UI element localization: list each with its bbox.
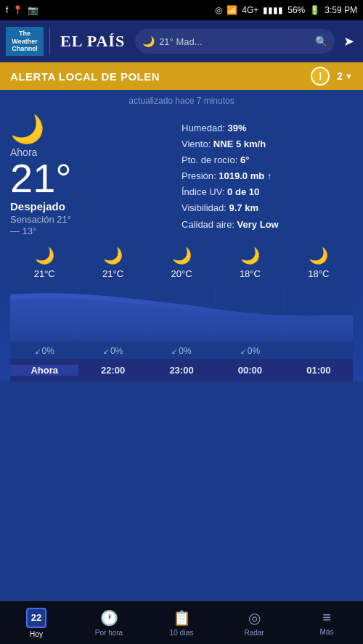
low-temp: — 13°	[10, 226, 182, 236]
current-weather: 🌙 Ahora 21° Despejado Sensación 21° — 13…	[10, 113, 353, 236]
feels-like-temp: Sensación 21°	[10, 214, 182, 225]
weather-description: Despejado	[10, 200, 182, 212]
hour-icon-3: 🌙	[240, 247, 260, 265]
clear-night-icon: 🌙	[10, 113, 182, 145]
nav-item-radar[interactable]: ◎ Radar	[218, 609, 290, 637]
temperature-wave-chart	[10, 284, 353, 342]
hour-icon-2: 🌙	[172, 247, 192, 265]
city-search-bar[interactable]: 🌙 21° Mad... 🔍	[135, 29, 335, 54]
rain-icon-1: ↙	[103, 347, 109, 355]
nav-item-hourly[interactable]: 🕐 Por hora	[73, 609, 145, 637]
time-labels-row: Ahora 22:00 23:00 00:00 01:00	[10, 359, 353, 381]
hour-icon-1: 🌙	[103, 247, 123, 265]
signal-label: 4G+	[242, 5, 258, 15]
rain-pct-1: 0%	[110, 346, 123, 356]
time-col-23[interactable]: 23:00	[147, 365, 216, 376]
calendar-grid-icon: 📋	[173, 609, 191, 627]
pin-icon: 📍	[12, 5, 23, 15]
search-city-text: 21° Mad...	[159, 36, 311, 47]
hour-temp-1: 21°C	[102, 268, 123, 279]
time-col-00[interactable]: 00:00	[216, 365, 284, 376]
rain-col-3: ↙ 0%	[216, 346, 284, 356]
weather-details-panel: Humedad: 39% Viento: NNE 5 km/h Pto. de …	[182, 113, 353, 233]
nav-label-hourly: Por hora	[95, 629, 123, 637]
nav-label-10days: 10 días	[170, 629, 194, 637]
moon-icon: 🌙	[142, 36, 155, 47]
rain-icon-0: ↙	[35, 347, 41, 355]
rain-col-1: ↙ 0%	[78, 346, 147, 356]
app-header: The Weather Channel EL PAÍS 🌙 21° Mad...…	[0, 20, 363, 62]
bars-icon: ▮▮▮▮	[263, 5, 283, 15]
rain-icon-2: ↙	[171, 347, 177, 355]
bottom-navigation: 22 Hoy 🕐 Por hora 📋 10 días ◎ Radar ≡ Má…	[0, 600, 363, 644]
rain-pct-0: 0%	[42, 346, 54, 356]
visibility-detail: Visibilidad: 9.7 km	[182, 200, 353, 216]
status-bar: f 📍 📷 ◎ 📶 4G+ ▮▮▮▮ 56% 🔋 3:59 PM	[0, 0, 363, 20]
nav-item-10days[interactable]: 📋 10 días	[145, 609, 218, 637]
hour-col-1: 🌙 21°C	[78, 247, 147, 279]
dew-point-detail: Pto. de rocío: 6°	[182, 152, 353, 168]
calendar-icon: 22	[26, 608, 46, 628]
status-right: ◎ 📶 4G+ ▮▮▮▮ 56% 🔋 3:59 PM	[215, 5, 357, 15]
radar-icon: ◎	[248, 609, 261, 627]
nav-label-more: Más	[320, 628, 334, 636]
alert-count: 2 ▼	[337, 70, 353, 82]
hour-temp-3: 18°C	[240, 268, 261, 279]
clock-icon: 🕐	[100, 609, 118, 627]
alert-label: ALERTA LOCAL DE POLEN	[10, 70, 303, 83]
hour-temp-0: 21°C	[34, 268, 55, 279]
hour-icon-0: 🌙	[35, 247, 54, 265]
rain-icon-3: ↙	[240, 347, 246, 355]
facebook-icon: f	[6, 5, 8, 15]
clock-time: 3:59 PM	[325, 5, 357, 15]
rain-pct-3: 0%	[248, 346, 260, 356]
hour-temp-2: 20°C	[171, 268, 192, 279]
hour-col-4: 🌙 18°C	[285, 247, 353, 279]
publication-name: EL PAÍS	[56, 32, 129, 51]
battery-level: 56%	[287, 5, 305, 15]
camera-icon: 📷	[28, 5, 38, 15]
rain-col-2: ↙ 0%	[147, 346, 216, 356]
header-divider	[49, 28, 50, 54]
hourly-forecast: 🌙 21°C 🌙 21°C 🌙 20°C 🌙 18°C 🌙 18°C	[10, 247, 353, 381]
weather-details-list: Humedad: 39% Viento: NNE 5 km/h Pto. de …	[182, 120, 353, 233]
alert-warning-icon: !	[311, 67, 330, 86]
air-quality-detail: Calidad aire: Very Low	[182, 217, 353, 233]
location-icon: ◎	[215, 5, 222, 15]
rain-col-0: ↙ 0%	[10, 346, 78, 356]
battery-icon: 🔋	[309, 5, 320, 15]
weather-main-section: actualizado hace 7 minutos 🌙 Ahora 21° D…	[0, 90, 363, 381]
time-col-22[interactable]: 22:00	[78, 365, 147, 376]
hour-temp-4: 18°C	[308, 268, 329, 279]
hour-col-0: 🌙 21°C	[10, 247, 78, 279]
nav-label-today: Hoy	[30, 630, 43, 638]
wifi-icon: 📶	[227, 5, 237, 15]
navigation-icon[interactable]: ➤	[340, 30, 357, 52]
pressure-detail: Presión: 1019.0 mb ↑	[182, 168, 353, 184]
time-col-now[interactable]: Ahora	[10, 365, 78, 376]
hour-col-2: 🌙 20°C	[147, 247, 216, 279]
weather-channel-logo: The Weather Channel	[6, 27, 44, 56]
nav-item-today[interactable]: 22 Hoy	[0, 608, 73, 638]
weather-left-panel: 🌙 Ahora 21° Despejado Sensación 21° — 13…	[10, 113, 182, 236]
rain-col-4	[285, 346, 353, 356]
uv-index-detail: Índice UV: 0 de 10	[182, 184, 353, 200]
hour-icon-4: 🌙	[309, 247, 328, 265]
chevron-down-icon: ▼	[345, 72, 353, 80]
wind-detail: Viento: NNE 5 km/h	[182, 136, 353, 152]
time-col-01[interactable]: 01:00	[285, 365, 353, 376]
nav-item-more[interactable]: ≡ Más	[290, 609, 363, 636]
search-icon[interactable]: 🔍	[315, 36, 327, 47]
hamburger-icon: ≡	[322, 609, 331, 626]
status-icons: f 📍 📷	[6, 5, 38, 15]
pollen-alert-bar[interactable]: ALERTA LOCAL DE POLEN ! 2 ▼	[0, 62, 363, 90]
rain-percent-row: ↙ 0% ↙ 0% ↙ 0% ↙ 0%	[10, 342, 353, 359]
humidity-detail: Humedad: 39%	[182, 120, 353, 136]
nav-label-radar: Radar	[244, 629, 264, 637]
hourly-temps-row: 🌙 21°C 🌙 21°C 🌙 20°C 🌙 18°C 🌙 18°C	[10, 247, 353, 284]
current-temp: 21°	[10, 158, 182, 199]
hour-col-3: 🌙 18°C	[216, 247, 284, 279]
rain-pct-2: 0%	[179, 346, 191, 356]
last-updated: actualizado hace 7 minutos	[10, 96, 353, 106]
